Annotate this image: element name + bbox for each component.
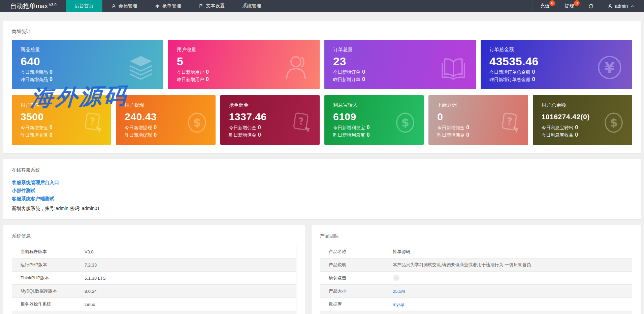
table-row: MySQL数据库版本 8.0.24	[12, 285, 296, 298]
question-doc-icon: ?	[80, 110, 105, 135]
user-menu[interactable]: admin	[600, 0, 644, 12]
table-row: 产品名称 抢单源码	[320, 245, 632, 258]
chevron-up-icon	[630, 4, 635, 9]
app-logo: 自动抢单max V3.0	[0, 0, 66, 12]
app-title: 自动抢单max	[10, 2, 48, 10]
username: admin	[615, 3, 628, 9]
stat-card-orders-amount: 订单总金额 43535.46 今日新增订单总金额0 昨日新增订单总金额0 ¥	[481, 40, 632, 89]
menu-label: 系统管理	[243, 3, 261, 9]
table-row: ThinkPHP版本 5.1.38 LTS	[12, 272, 296, 285]
stat-card-user-balance: 用户总余额 1016274.42(0) 今日利息宝转出0 今日利息宝收益0 $	[533, 95, 632, 145]
row-label: 数据库	[320, 301, 393, 307]
table-row-partial	[12, 311, 296, 314]
layers-icon	[126, 53, 155, 82]
stat-card-user-withdraw: 用户提现 240.43 今日新增提现0 昨日新增提现0 $	[116, 95, 215, 145]
menu-label: 抢单管理	[162, 3, 181, 9]
product-team-table: 产品名称 抢单源码 产品说明 本产品只为学习测试交流,请勿要做商业或者用于违法行…	[320, 245, 632, 314]
do-not-click-face-icon[interactable]	[393, 274, 400, 281]
svg-text:$: $	[193, 116, 201, 129]
row-label: ThinkPHP版本	[12, 275, 85, 281]
card-title: 下级返佣	[437, 102, 519, 108]
customer-service-panel: 在线客服系统 客服系统管理后台入口 小部件测试 客服系统客户端测试 新增客服系统…	[3, 159, 641, 219]
product-team-panel: 产品团队 产品名称 抢单源码 产品说明 本产品只为学习测试交流,请勿要做商业或者…	[312, 225, 641, 314]
menu-label: 后台首页	[75, 3, 94, 9]
recharge-badge: 0	[549, 0, 555, 6]
service-admin-entry-link[interactable]: 客服系统管理后台入口	[12, 178, 632, 186]
recharge-label: 充值	[540, 3, 550, 9]
row-value	[393, 274, 632, 282]
svg-text:$: $	[401, 116, 409, 129]
card-title: 用户总余额	[542, 102, 623, 108]
withdraw-button[interactable]: 提现 0	[557, 0, 582, 12]
table-row: 产品说明 本产品只为学习测试交流,请勿要做商业或者用于违法行为,一切后果自负	[320, 258, 632, 272]
card-title: 抢单佣金	[229, 102, 311, 108]
stats-row-1: 商品总量 640 今日新增商品0 昨日新增商品0 用户总量 5 今日新增用户0 …	[12, 40, 632, 89]
svg-text:$: $	[610, 116, 618, 129]
scale-icon	[155, 4, 160, 9]
menu-item-members[interactable]: 会员管理	[102, 0, 146, 12]
table-row: 服务器操作系统 Linux	[12, 298, 296, 311]
svg-text:?: ?	[507, 116, 512, 127]
row-label: 服务器操作系统	[12, 301, 85, 307]
service-client-test-link[interactable]: 客服系统客户端测试	[12, 195, 632, 203]
row-label: 当前程序版本	[12, 249, 85, 255]
row-label: 运行PHP版本	[12, 262, 85, 268]
panel-title-stats: 商城统计	[3, 21, 641, 40]
dollar-circle-icon: $	[185, 110, 210, 135]
panel-title-product-team: 产品团队	[320, 233, 632, 239]
panel-title-system-info: 系统信息	[12, 233, 296, 239]
row-value: 抢单源码	[393, 249, 632, 255]
user-icon	[608, 4, 613, 9]
recharge-button[interactable]: 充值 0	[533, 0, 557, 12]
row-label: 产品说明	[320, 262, 393, 268]
menu-label: 文本设置	[206, 3, 225, 9]
card-title: 商品总量	[21, 46, 155, 53]
system-info-table: 当前程序版本 V3.0 运行PHP版本 7.2.33 ThinkPHP版本 5.…	[12, 245, 296, 314]
stats-row-2: 用户充值 3500 今日新增充值0 昨日新增充值0 ? 用户提现 240.43 …	[12, 95, 632, 145]
yen-circle-icon: ¥	[595, 53, 624, 82]
card-title: 用户提现	[125, 102, 206, 108]
withdraw-badge: 0	[574, 0, 580, 6]
menu-item-text-settings[interactable]: 文本设置	[190, 0, 234, 12]
table-row: 当前程序版本 V3.0	[12, 245, 296, 258]
stat-card-interest-in: 利息宝转入 6109 今日新增利息宝0 昨日新增利息宝0 $	[324, 95, 424, 145]
card-title: 订单总量	[333, 46, 467, 53]
main-menu: 后台首页 会员管理 抢单管理 文本设置 系统管理	[66, 0, 270, 12]
row-label: 产品大小	[320, 288, 393, 294]
service-account-note: 新增客服系统，账号:admin 密码: admin01	[12, 206, 632, 212]
withdraw-label: 提现	[565, 3, 574, 9]
menu-item-home[interactable]: 后台首页	[66, 0, 102, 12]
menu-item-system[interactable]: 系统管理	[234, 0, 270, 12]
question-doc-icon: ?	[497, 110, 522, 135]
svg-text:?: ?	[298, 116, 304, 127]
top-navbar: 自动抢单max V3.0 后台首页 会员管理 抢单管理 文本设置 系统管理 充值…	[0, 0, 644, 12]
stat-card-user-recharge: 用户充值 3500 今日新增充值0 昨日新增充值0 ?	[12, 95, 111, 145]
stat-card-grab-commission: 抢单佣金 1337.46 今日新增佣金0 昨日新增佣金0 ?	[220, 95, 320, 145]
row-value: Linux	[85, 302, 296, 307]
widget-test-link[interactable]: 小部件测试	[12, 186, 632, 195]
system-info-panel: 系统信息 当前程序版本 V3.0 运行PHP版本 7.2.33 ThinkPHP…	[3, 225, 305, 314]
flag-icon	[199, 4, 204, 9]
row-label: MySQL数据库版本	[12, 288, 85, 294]
question-doc-icon: ?	[289, 110, 314, 135]
row-label: 产品名称	[320, 249, 393, 255]
row-value: V3.0	[85, 249, 296, 254]
menu-label: 会员管理	[119, 3, 137, 9]
table-row: 运行PHP版本 7.2.33	[12, 258, 296, 272]
row-value: 5.1.38 LTS	[85, 276, 296, 281]
card-title: 用户充值	[21, 102, 102, 108]
card-title: 用户总量	[177, 46, 311, 53]
mall-stats-panel: 商城统计 商品总量 640 今日新增商品0 昨日新增商品0 用户总量 5 今日新…	[3, 21, 641, 153]
panel-title-service: 在线客服系统	[12, 167, 632, 173]
database-link[interactable]: mysql	[393, 302, 632, 307]
product-size-link[interactable]: 25.5M	[393, 289, 632, 294]
user-icon	[111, 4, 116, 9]
refresh-button[interactable]	[582, 0, 600, 12]
row-value: 8.0.24	[85, 289, 296, 294]
stat-card-orders-total: 订单总量 23 今日新增订单0 昨日新增订单0	[324, 40, 476, 89]
table-row: 产品大小 25.5M	[320, 285, 632, 298]
topbar-right: 充值 0 提现 0 admin	[533, 0, 644, 12]
person-icon	[283, 53, 312, 82]
table-row-partial	[320, 311, 632, 314]
menu-item-orders[interactable]: 抢单管理	[146, 0, 190, 12]
